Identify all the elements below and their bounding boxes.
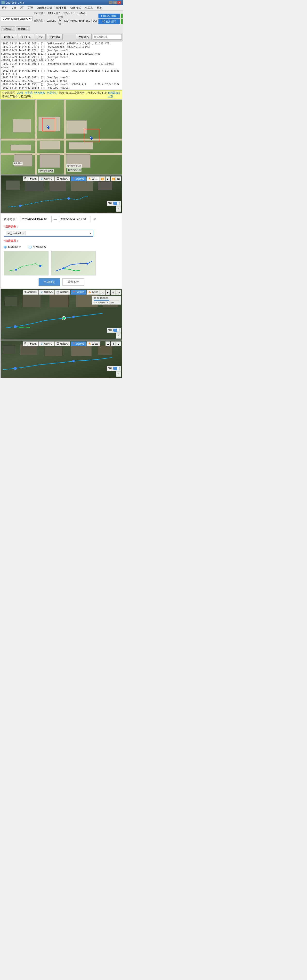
- status-links-area: 快捷跳转区 QQ群 淘宝店 WIKI教程 产品中心 除支持Lua二次开发外，合宙…: [2, 91, 108, 98]
- sat3-first-btn[interactable]: ⏮: [106, 342, 110, 346]
- sat1-last-btn[interactable]: ⏭: [116, 177, 121, 181]
- start-time-input[interactable]: [20, 216, 52, 222]
- sat1-overlay-btns: 🏗 3D模型区 📡 指挥中心 🔲 地理围栏 📍 历史轨迹 🔥 热力图: [23, 177, 100, 181]
- menu-item-帮助[interactable]: 帮助: [96, 6, 103, 10]
- effect-option-1[interactable]: 精确轨迹点: [4, 245, 21, 249]
- track-time-row: 轨迹时段： — ✕: [4, 216, 119, 222]
- log-line: [2022-06-24 14:47:41.601]: []: [testGps.…: [1, 69, 122, 76]
- sat1-expand-btn[interactable]: ⤢: [116, 206, 121, 212]
- show-filter-btn[interactable]: 显示过滤: [47, 34, 63, 40]
- app-icon: [2, 1, 5, 4]
- sat2-settings-btn[interactable]: ⚙: [111, 290, 116, 295]
- wiki-link[interactable]: WIKI教程: [35, 91, 46, 94]
- sat1-next-btn[interactable]: ⏩: [111, 177, 116, 181]
- sat2-play-btn[interactable]: ▶: [106, 290, 110, 295]
- sat3-history-btn[interactable]: 📍 历史轨迹: [71, 342, 86, 346]
- log-area[interactable]: [2022-06-24 14:47:41.240]: []: [$GPS.nme…: [0, 41, 122, 90]
- menu-item-小工具[interactable]: 小工具: [84, 6, 94, 10]
- device-tag-container[interactable]: air_device4 ✕ ▼: [4, 230, 93, 237]
- sat1-3d-btn[interactable]: 🏗 3D模型区: [23, 177, 38, 181]
- menu-item-文件[interactable]: 文件: [10, 6, 17, 10]
- preview-map-2: [51, 251, 96, 275]
- sat1-first-btn[interactable]: ⏮: [95, 177, 100, 181]
- sat3-overlay-btns: 🏗 3D模型区 📡 指挥中心 🔲 地理围栏 📍 历史轨迹 🔥 热力图: [23, 342, 100, 346]
- svg-point-10: [14, 367, 17, 370]
- iccid-label: 收数办法：: [59, 16, 63, 26]
- sat3-fence-btn[interactable]: 🔲 地理围栏: [55, 342, 70, 346]
- sat2-pause-btn[interactable]: ⏸: [100, 290, 105, 295]
- qq-link[interactable]: QQ群: [16, 91, 23, 94]
- taobao-link[interactable]: 淘宝店: [25, 91, 33, 94]
- satellite-section-1: 🏗 3D模型区 📡 指挥中心 🔲 地理围栏 📍 历史轨迹 🔥 热力图 ⏮ ⏪ ▶…: [0, 175, 122, 213]
- sat3-pause-btn[interactable]: ⏸: [111, 342, 116, 346]
- sat2-toggle[interactable]: [113, 329, 120, 332]
- generate-track-btn[interactable]: 生成轨迹: [38, 278, 60, 286]
- download-once-btn[interactable]: 下载Lua一次开发: [121, 14, 123, 18]
- sat3-toggle[interactable]: [113, 367, 120, 370]
- sat1-toggle[interactable]: [113, 202, 120, 205]
- menu-item-Lua脚本识别[interactable]: Lua脚本识别: [36, 6, 53, 10]
- sat1-toggle-label: 卫星: [108, 202, 112, 205]
- menu-item-AT[interactable]: AT: [19, 6, 24, 10]
- download-lua-btn[interactable]: 4存资方提供): [98, 19, 120, 24]
- gps-pin-1: [46, 125, 50, 129]
- port-select[interactable]: COM4 Silicon Labs CP210x U...: [1, 16, 33, 21]
- sat2-3d-btn[interactable]: 🏗 3D模型区: [23, 290, 38, 294]
- reset-conditions-btn[interactable]: 重置条件: [62, 278, 84, 286]
- radio-smooth[interactable]: [28, 246, 32, 248]
- menu-item-DTU[interactable]: DTU: [27, 6, 34, 10]
- clear-log-btn[interactable]: 清空: [35, 34, 46, 40]
- sat3-play-btn[interactable]: ▶: [116, 342, 121, 346]
- sat1-bottom-right: 卫星 ⤢: [107, 201, 121, 212]
- sat3-command-btn[interactable]: 📡 指挥中心: [39, 342, 54, 346]
- sat2-bottom-right: 卫星 ⤢: [107, 328, 121, 339]
- effect-section-label: * 轨迹效果：: [4, 239, 119, 243]
- sat1-history-btn[interactable]: 📍 历史轨迹: [71, 177, 86, 181]
- sat1-prev-btn[interactable]: ⏪: [100, 177, 105, 181]
- sat3-heat-btn[interactable]: 🔥 热力图: [87, 342, 100, 346]
- close-btn[interactable]: ✕: [117, 1, 121, 4]
- menu-item-资料下载[interactable]: 资料下载: [55, 6, 67, 10]
- log-line: [2022-06-24 14:47:41.240]: []: [$GPS.nme…: [1, 45, 122, 49]
- sat3-3d-btn[interactable]: 🏗 3D模型区: [23, 342, 38, 346]
- menu-item-切换模式[interactable]: 切换模式: [70, 6, 82, 10]
- sat1-command-btn[interactable]: 📡 指挥中心: [39, 177, 54, 181]
- effect-option-2[interactable]: 平滑轨迹线: [28, 245, 46, 249]
- sat2-command-btn[interactable]: 📡 指挥中心: [39, 290, 54, 294]
- building-5: [69, 142, 93, 150]
- maximize-btn[interactable]: □: [113, 1, 117, 4]
- product-link[interactable]: 产品中心: [47, 91, 57, 94]
- sat1-fence-btn[interactable]: 🔲 地理围栏: [55, 177, 70, 181]
- sat1-play-btn[interactable]: ▶: [106, 177, 110, 181]
- sat2-playback: ⏸ ▶ ⚙ ♻: [100, 290, 121, 295]
- sat2-refresh-btn[interactable]: ♻: [116, 290, 121, 295]
- sat2-expand-btn[interactable]: ⤢: [116, 333, 121, 339]
- sat3-expand-btn[interactable]: ⤢: [116, 371, 121, 377]
- tag-close-btn[interactable]: ✕: [22, 232, 24, 235]
- log-line: [2022-06-24 14:47:41.279]: []: [testGps.…: [1, 49, 122, 56]
- stop-print-btn[interactable]: 停止打印: [18, 34, 34, 40]
- download-core-btn[interactable]: 下载LDO (core+: [98, 14, 120, 18]
- building-1: [13, 119, 31, 132]
- sat3-toggle-label: 卫星: [108, 367, 112, 370]
- menu-bar: 用户文件ATDTULua脚本识别资料下载切换模式小工具帮助: [0, 5, 123, 11]
- search-input[interactable]: [93, 34, 122, 40]
- clear-time-btn[interactable]: ✕: [92, 217, 97, 221]
- radio-precise[interactable]: [4, 246, 6, 248]
- end-time-input[interactable]: [59, 216, 90, 222]
- start-print-btn[interactable]: 开始打印: [1, 34, 17, 40]
- reopen-port-btn[interactable]: 重启串口: [16, 27, 30, 31]
- minimize-btn[interactable]: ─: [109, 1, 112, 4]
- track-config-section: 轨迹时段： — ✕ * 选择设备： air_device4 ✕ ▼ * 轨迹效果…: [0, 213, 122, 288]
- status-bar: 快捷跳转区 QQ群 淘宝店 WIKI教程 产品中心 除支持Lua二次开发外，合宙…: [0, 90, 122, 99]
- svg-point-7: [72, 316, 75, 318]
- satellite-section-3: 🏗 3D模型区 📡 指挥中心 🔲 地理围栏 📍 历史轨迹 🔥 热力图 ⏮ ⏸ ▶…: [0, 340, 122, 378]
- menu-item-用户[interactable]: 用户: [1, 6, 8, 10]
- sat2-fence-btn[interactable]: 🔲 地理围栏: [55, 290, 70, 294]
- generate-file-btn[interactable]: 生成量产文件: [121, 19, 123, 24]
- ask-link[interactable]: 有问题ask一下: [108, 91, 121, 98]
- send-model-btn[interactable]: 发型型号: [76, 34, 92, 40]
- sat2-heat-btn[interactable]: 🔥 热力图: [87, 290, 100, 294]
- sat2-history-btn[interactable]: 📍 历史轨迹: [71, 290, 86, 294]
- open-port-btn[interactable]: 关闭端口: [1, 27, 15, 31]
